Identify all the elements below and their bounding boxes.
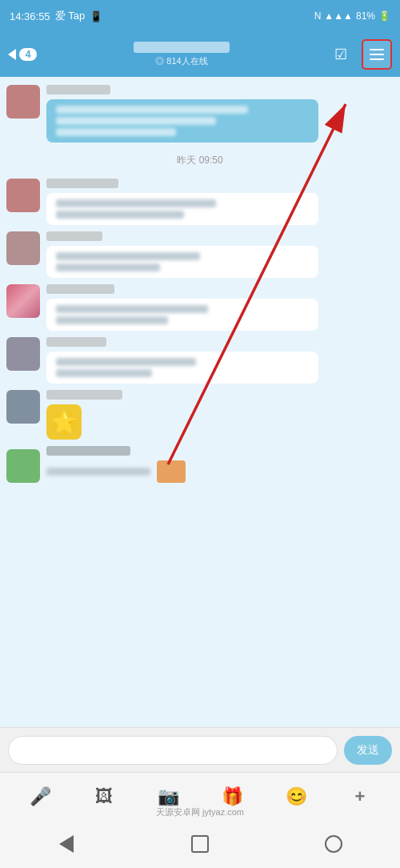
msg-content-2 xyxy=(46,231,394,278)
avatar-4 xyxy=(6,337,40,371)
blur-text-0c xyxy=(56,128,176,136)
inline-image xyxy=(157,460,186,483)
msg-name-2 xyxy=(46,231,102,241)
msg-content-6 xyxy=(46,446,394,483)
calendar-button[interactable]: ☑ xyxy=(326,40,355,69)
avatar-6-green xyxy=(6,449,40,483)
blur-text-6a xyxy=(46,468,150,476)
msg-content-0 xyxy=(46,85,394,143)
camera-icon: 📷 xyxy=(158,786,179,807)
msg-content-4 xyxy=(46,337,394,384)
online-count: ◎ 814人在线 xyxy=(155,55,207,67)
emoji-icon: 😊 xyxy=(286,786,307,807)
header-actions: ☑ xyxy=(326,39,392,70)
chat-area: 昨天 09:50 xyxy=(0,77,400,775)
header-title-section: ◎ 814人在线 xyxy=(43,42,320,67)
send-button[interactable]: 发送 xyxy=(344,736,392,765)
hamburger-icon xyxy=(370,49,384,60)
msg-content-3 xyxy=(46,284,394,331)
nav-home-button[interactable] xyxy=(180,830,220,858)
chat-message-4 xyxy=(6,337,394,384)
nav-back-icon xyxy=(59,835,74,853)
msg-name-1 xyxy=(46,179,118,188)
msg-name-6 xyxy=(46,446,130,456)
blur-text-0a xyxy=(56,106,248,114)
blur-text-1a xyxy=(56,199,216,207)
nav-recent-icon xyxy=(325,835,342,853)
blur-text-2b xyxy=(56,263,160,271)
status-right: N ▲▲▲ 81% 🔋 xyxy=(314,10,390,22)
chat-message-6 xyxy=(6,446,394,483)
msg-bubble-3 xyxy=(46,299,318,331)
image-icon: 🖼 xyxy=(95,786,113,807)
avatar-5 xyxy=(6,390,40,424)
battery-label: 81% xyxy=(356,10,375,22)
online-count-text: ◎ 814人在线 xyxy=(155,55,207,67)
signal-icon: ▲▲▲ xyxy=(324,10,353,22)
menu-button[interactable] xyxy=(362,39,392,70)
avatar-2 xyxy=(6,231,40,265)
msg-bubble-1 xyxy=(46,193,318,225)
blur-text-4b xyxy=(56,369,152,377)
mic-icon: 🎤 xyxy=(30,786,51,807)
timestamp-label: 昨天 09:50 xyxy=(6,154,394,167)
input-area: 发送 xyxy=(0,727,400,772)
nav-recent-button[interactable] xyxy=(314,830,354,858)
blur-text-3a xyxy=(56,305,208,313)
msg-bubble-2 xyxy=(46,246,318,278)
battery-icon: 🔋 xyxy=(378,10,390,22)
msg-name-4 xyxy=(46,337,106,347)
unread-badge: 4 xyxy=(19,48,37,61)
msg-content-5: 🌟 xyxy=(46,390,394,440)
back-arrow-icon xyxy=(8,49,16,60)
chat-message-5: 🌟 xyxy=(6,390,394,440)
group-name-blurred xyxy=(134,42,230,53)
blur-text-4a xyxy=(56,358,196,366)
chat-header: 4 ◎ 814人在线 ☑ xyxy=(0,32,400,77)
emoji-sticker: 🌟 xyxy=(46,404,82,440)
nav-home-icon xyxy=(191,835,209,853)
time-display: 14:36:55 xyxy=(10,10,50,22)
back-button[interactable]: 4 xyxy=(8,48,37,61)
calendar-icon: ☑ xyxy=(334,46,347,63)
chat-message-0 xyxy=(6,85,394,143)
carrier-label: 爱 Tap xyxy=(55,9,86,23)
blur-text-3b xyxy=(56,316,168,324)
status-bar: 14:36:55 爱 Tap 📱 N ▲▲▲ 81% 🔋 xyxy=(0,0,400,32)
msg-name-0 xyxy=(46,85,110,94)
msg-bubble-0 xyxy=(46,99,318,143)
msg-bubble-5: 🌟 xyxy=(46,404,318,440)
status-left: 14:36:55 爱 Tap 📱 xyxy=(10,9,102,23)
carrier-icon: 📱 xyxy=(90,10,102,22)
watermark-text: 天源安卓网 jytyaz.com xyxy=(0,806,400,818)
blur-text-0b xyxy=(56,117,216,125)
msg-bubble-4 xyxy=(46,352,318,384)
msg-name-3 xyxy=(46,284,114,294)
nfc-icon: N xyxy=(314,10,322,22)
chat-message-2 xyxy=(6,231,394,278)
blur-text-2a xyxy=(56,252,200,260)
avatar-3 xyxy=(6,284,40,318)
gift-icon: 🎁 xyxy=(222,786,243,807)
avatar-1 xyxy=(6,179,40,212)
blur-text-1b xyxy=(56,211,184,219)
msg-name-5 xyxy=(46,390,122,400)
chat-message-3 xyxy=(6,284,394,331)
nav-back-button[interactable] xyxy=(46,830,86,858)
msg-content-1 xyxy=(46,179,394,225)
nav-bar xyxy=(0,820,400,868)
message-input[interactable] xyxy=(8,736,338,765)
chat-message-1 xyxy=(6,179,394,225)
add-icon: + xyxy=(355,786,366,807)
avatar-0 xyxy=(6,85,40,119)
